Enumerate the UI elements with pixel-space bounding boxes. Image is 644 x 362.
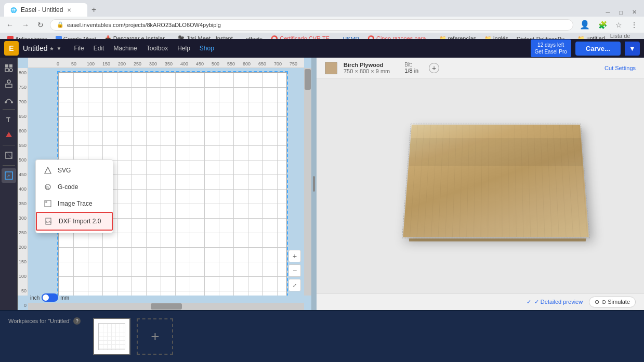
zoom-in-btn[interactable]: + bbox=[288, 250, 301, 262]
elements-tool[interactable] bbox=[2, 76, 16, 91]
active-tab[interactable]: 🌐 Easel - Untitled ✕ bbox=[4, 3, 87, 17]
menu-file[interactable]: File bbox=[70, 43, 88, 54]
toolbar-separator-3 bbox=[3, 165, 15, 166]
app-logo: E bbox=[4, 41, 19, 56]
title-dropdown-icon[interactable]: ▼ bbox=[56, 46, 61, 51]
zoom-fit-btn[interactable]: ⤢ bbox=[288, 279, 301, 291]
dxf-icon: DXF bbox=[44, 217, 54, 226]
svg-text:G: G bbox=[46, 185, 49, 190]
material-bar: Birch Plywood 750 × 800 × 9 mm Bit: 1/8 … bbox=[317, 58, 644, 78]
apps-tool[interactable] bbox=[2, 128, 16, 142]
canvas-area[interactable]: 0 50 100 150 200 250 300 350 400 450 500… bbox=[18, 58, 311, 310]
star-icon: ★ bbox=[49, 46, 54, 51]
menu-edit[interactable]: Edit bbox=[89, 43, 109, 54]
back-btn[interactable]: ← bbox=[4, 20, 16, 30]
carve-dropdown-btn[interactable]: ▼ bbox=[625, 42, 640, 56]
dropdown-dxf-import[interactable]: DXF DXF Import 2.0 bbox=[36, 212, 113, 231]
svg-point-6 bbox=[5, 101, 7, 103]
tab-title: Easel - Untitled bbox=[21, 6, 63, 14]
bit-section: Bit: 1/8 in bbox=[404, 62, 418, 74]
url-bar[interactable]: 🔒 easel.inventables.com/projects/8kARO23… bbox=[50, 19, 573, 31]
workpiece-thumb-1[interactable] bbox=[93, 318, 130, 355]
scroll-thumb-h[interactable] bbox=[151, 303, 182, 310]
panel-separator[interactable] bbox=[311, 58, 317, 310]
shapes-tool[interactable] bbox=[2, 61, 16, 75]
forward-btn[interactable]: → bbox=[20, 20, 31, 30]
import-tool[interactable]: ↗ bbox=[2, 168, 16, 183]
bit-value: 1/8 in bbox=[404, 68, 418, 74]
ruler-top: 0 50 100 150 200 250 300 350 400 450 500… bbox=[28, 58, 304, 68]
gcode-icon: G bbox=[43, 182, 52, 192]
app-title: Untitled ★ ▼ bbox=[23, 44, 61, 52]
app-topbar: E Untitled ★ ▼ File Edit Machine Toolbox… bbox=[0, 39, 644, 58]
maximize-btn[interactable]: □ bbox=[616, 8, 626, 17]
svg-point-3 bbox=[9, 69, 12, 72]
menu-machine[interactable]: Machine bbox=[109, 43, 141, 54]
svg-line-10 bbox=[6, 152, 12, 158]
separator-handle bbox=[313, 176, 315, 192]
scroll-thumb-v[interactable] bbox=[305, 69, 311, 90]
svg-rect-2 bbox=[5, 69, 8, 72]
tab-close-btn[interactable]: ✕ bbox=[67, 7, 71, 13]
menu-btn[interactable]: ⋮ bbox=[628, 20, 640, 30]
add-bit-btn[interactable]: + bbox=[429, 63, 439, 73]
new-tab-btn[interactable]: + bbox=[87, 3, 100, 17]
scroll-right[interactable] bbox=[304, 68, 311, 296]
tab-bar: 🌐 Easel - Untitled ✕ + ─ □ ✕ bbox=[0, 0, 644, 17]
zoom-controls: + − ⤢ bbox=[288, 250, 301, 291]
preview-controls: ✓ ✓ Detailed preview ⊙ ⊙ Simulate bbox=[317, 293, 644, 310]
svg-rect-1 bbox=[9, 64, 12, 68]
simulate-btn[interactable]: ⊙ ⊙ Simulate bbox=[589, 297, 636, 307]
ruler-left: 800 750 700 650 600 550 500 450 400 350 … bbox=[18, 68, 28, 296]
material-name[interactable]: Birch Plywood bbox=[344, 62, 390, 68]
carve-area-tool[interactable] bbox=[2, 148, 16, 163]
svg-point-4 bbox=[7, 80, 10, 83]
menu-bar: File Edit Machine Toolbox Help Shop bbox=[70, 43, 218, 54]
menu-help[interactable]: Help bbox=[173, 43, 194, 54]
units-mm-label: mm bbox=[60, 295, 69, 301]
minimize-btn[interactable]: ─ bbox=[603, 8, 613, 17]
close-btn[interactable]: ✕ bbox=[629, 8, 640, 17]
detailed-preview-btn[interactable]: ✓ ✓ Detailed preview bbox=[527, 299, 583, 305]
scroll-bottom[interactable] bbox=[28, 303, 304, 310]
add-workpiece-btn[interactable]: + bbox=[137, 318, 173, 355]
text-tool[interactable]: T bbox=[2, 112, 16, 127]
wood-preview-container bbox=[371, 103, 589, 269]
menu-shop[interactable]: Shop bbox=[195, 43, 218, 54]
profile-btn[interactable]: 👤 bbox=[577, 19, 592, 31]
right-panel: Birch Plywood 750 × 800 × 9 mm Bit: 1/8 … bbox=[317, 58, 644, 310]
units-switch[interactable] bbox=[42, 293, 58, 302]
svg-text:T: T bbox=[6, 116, 10, 124]
refresh-btn[interactable]: ↻ bbox=[35, 20, 46, 30]
url-text: easel.inventables.com/projects/8kARO23aD… bbox=[67, 22, 221, 28]
image-trace-icon bbox=[43, 199, 52, 208]
dropdown-svg[interactable]: SVG bbox=[36, 162, 113, 179]
cut-settings-btn[interactable]: Cut Settings bbox=[604, 65, 636, 71]
dropdown-gcode[interactable]: G G-code bbox=[36, 179, 113, 195]
workpieces-help-btn[interactable]: ? bbox=[73, 317, 81, 325]
dropdown-image-trace[interactable]: Image Trace bbox=[36, 195, 113, 212]
carve-button[interactable]: Carve... bbox=[575, 42, 621, 56]
menu-toolbox[interactable]: Toolbox bbox=[142, 43, 172, 54]
path-tool[interactable] bbox=[2, 92, 16, 106]
zoom-out-btn[interactable]: − bbox=[288, 264, 301, 277]
workpieces-list: + bbox=[93, 318, 173, 355]
wood-board bbox=[403, 125, 589, 237]
star-btn[interactable]: ☆ bbox=[613, 20, 624, 30]
main-content: T ↗ 0 50 100 150 200 bbox=[0, 58, 644, 310]
wood-bottom-edge bbox=[409, 238, 586, 242]
workpiece-grid-preview bbox=[98, 323, 125, 350]
material-dimensions: 750 × 800 × 9 mm bbox=[344, 68, 390, 74]
units-inch-label: inch bbox=[30, 295, 40, 301]
3d-preview bbox=[317, 78, 644, 293]
address-bar: ← → ↻ 🔒 easel.inventables.com/projects/8… bbox=[0, 17, 644, 33]
wood-shadow-band bbox=[409, 138, 583, 166]
simulate-icon: ⊙ bbox=[595, 299, 599, 305]
material-swatch[interactable] bbox=[325, 62, 337, 74]
toolbar-separator-2 bbox=[3, 145, 15, 145]
extensions-btn[interactable]: 🧩 bbox=[596, 20, 609, 30]
svg-point-7 bbox=[11, 101, 13, 103]
svg-rect-0 bbox=[5, 64, 8, 68]
days-left-badge[interactable]: 12 days left Get Easel Pro bbox=[531, 39, 571, 57]
wood-surface-wrapper bbox=[387, 118, 584, 248]
